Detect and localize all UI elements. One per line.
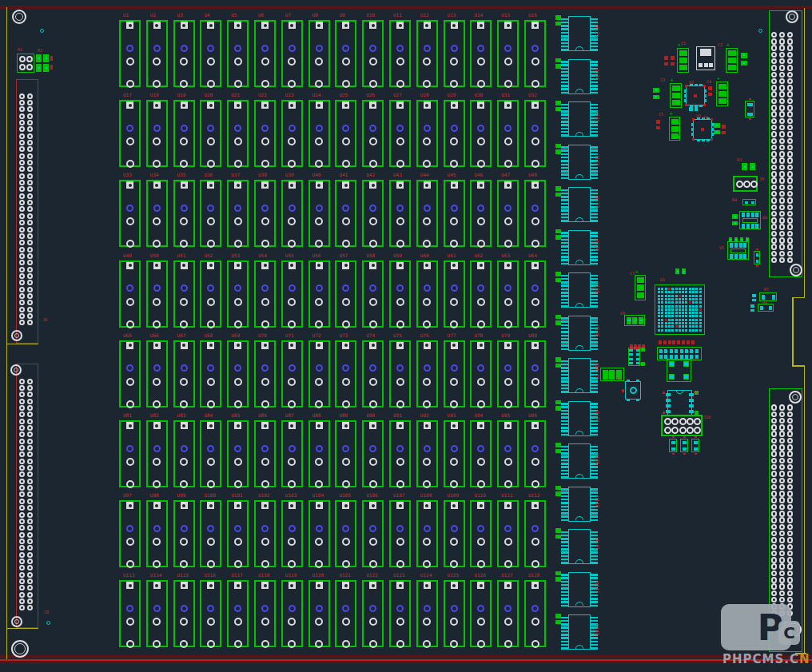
- grid-component[interactable]: [444, 420, 465, 487]
- mount-hole[interactable]: [12, 10, 26, 24]
- grid-component[interactable]: [362, 20, 384, 87]
- grid-component[interactable]: [146, 500, 168, 567]
- grid-component[interactable]: [362, 100, 384, 167]
- grid-component[interactable]: [524, 20, 546, 87]
- grid-component[interactable]: [362, 500, 384, 567]
- via[interactable]: [40, 29, 44, 33]
- grid-component[interactable]: [200, 260, 221, 328]
- via[interactable]: [758, 29, 762, 33]
- grid-component[interactable]: [308, 20, 330, 87]
- grid-component[interactable]: [200, 420, 221, 487]
- grid-component[interactable]: [444, 340, 465, 408]
- grid-component[interactable]: [362, 260, 384, 328]
- grid-component[interactable]: [254, 20, 276, 87]
- grid-component[interactable]: [308, 100, 330, 167]
- grid-component[interactable]: [227, 340, 249, 408]
- grid-component[interactable]: [119, 100, 141, 167]
- grid-component[interactable]: [335, 260, 356, 328]
- grid-component[interactable]: [362, 420, 384, 487]
- grid-component[interactable]: [444, 100, 465, 167]
- grid-component[interactable]: [470, 420, 492, 487]
- grid-component[interactable]: [524, 100, 546, 167]
- grid-component[interactable]: [119, 580, 141, 647]
- grid-component[interactable]: [497, 100, 519, 167]
- grid-component[interactable]: [146, 180, 168, 247]
- grid-component[interactable]: [416, 500, 438, 567]
- grid-component[interactable]: [173, 180, 195, 247]
- grid-component[interactable]: [362, 340, 384, 408]
- grid-component[interactable]: [416, 100, 438, 167]
- grid-component[interactable]: [389, 580, 411, 647]
- grid-component[interactable]: [281, 580, 303, 647]
- grid-component[interactable]: [362, 180, 384, 247]
- grid-component[interactable]: [227, 260, 249, 328]
- mount-hole[interactable]: [790, 264, 802, 276]
- grid-component[interactable]: [146, 260, 168, 328]
- grid-component[interactable]: [200, 180, 221, 247]
- grid-component[interactable]: [524, 580, 546, 647]
- grid-component[interactable]: [254, 100, 276, 167]
- grid-component[interactable]: [200, 20, 221, 87]
- grid-component[interactable]: [173, 20, 195, 87]
- grid-component[interactable]: [281, 180, 303, 247]
- grid-component[interactable]: [200, 100, 221, 167]
- grid-component[interactable]: [254, 180, 276, 247]
- grid-component[interactable]: [254, 260, 276, 328]
- grid-component[interactable]: [308, 500, 330, 567]
- grid-component[interactable]: [335, 100, 356, 167]
- grid-component[interactable]: [524, 420, 546, 487]
- grid-component[interactable]: [389, 420, 411, 487]
- grid-component[interactable]: [416, 580, 438, 647]
- grid-component[interactable]: [146, 420, 168, 487]
- grid-component[interactable]: [444, 580, 465, 647]
- grid-component[interactable]: [470, 180, 492, 247]
- grid-component[interactable]: [335, 180, 356, 247]
- grid-component[interactable]: [281, 420, 303, 487]
- grid-component[interactable]: [308, 180, 330, 247]
- mount-hole[interactable]: [11, 640, 29, 658]
- grid-component[interactable]: [497, 340, 519, 408]
- grid-component[interactable]: [227, 180, 249, 247]
- grid-component[interactable]: [389, 500, 411, 567]
- grid-component[interactable]: [497, 500, 519, 567]
- grid-component[interactable]: [470, 260, 492, 328]
- grid-component[interactable]: [470, 340, 492, 408]
- grid-component[interactable]: [470, 100, 492, 167]
- grid-component[interactable]: [281, 500, 303, 567]
- grid-component[interactable]: [200, 580, 221, 647]
- grid-component[interactable]: [281, 20, 303, 87]
- grid-component[interactable]: [146, 100, 168, 167]
- grid-component[interactable]: [416, 20, 438, 87]
- grid-component[interactable]: [227, 100, 249, 167]
- grid-component[interactable]: [200, 500, 221, 567]
- grid-component[interactable]: [119, 20, 141, 87]
- via[interactable]: [46, 621, 50, 625]
- grid-component[interactable]: [362, 580, 384, 647]
- grid-component[interactable]: [119, 180, 141, 247]
- grid-component[interactable]: [389, 340, 411, 408]
- grid-component[interactable]: [254, 500, 276, 567]
- grid-component[interactable]: [227, 420, 249, 487]
- grid-component[interactable]: [416, 420, 438, 487]
- grid-component[interactable]: [254, 420, 276, 487]
- grid-component[interactable]: [416, 340, 438, 408]
- mount-hole[interactable]: [11, 330, 22, 341]
- grid-component[interactable]: [254, 580, 276, 647]
- grid-component[interactable]: [254, 340, 276, 408]
- grid-component[interactable]: [470, 500, 492, 567]
- grid-component[interactable]: [308, 260, 330, 328]
- grid-component[interactable]: [173, 260, 195, 328]
- grid-component[interactable]: [335, 340, 356, 408]
- grid-component[interactable]: [308, 420, 330, 487]
- grid-component[interactable]: [146, 340, 168, 408]
- grid-component[interactable]: [173, 100, 195, 167]
- grid-component[interactable]: [389, 180, 411, 247]
- grid-component[interactable]: [119, 340, 141, 408]
- grid-component[interactable]: [146, 580, 168, 647]
- grid-component[interactable]: [173, 580, 195, 647]
- grid-component[interactable]: [524, 180, 546, 247]
- grid-component[interactable]: [416, 260, 438, 328]
- grid-component[interactable]: [335, 500, 356, 567]
- grid-component[interactable]: [335, 420, 356, 487]
- grid-component[interactable]: [281, 260, 303, 328]
